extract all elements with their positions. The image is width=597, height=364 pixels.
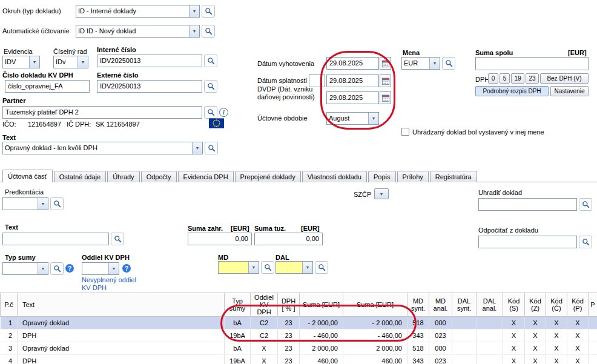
bez-dph-button[interactable]: Bez DPH (V) (540, 73, 589, 84)
column-header[interactable]: Oddiel KV DPH (251, 293, 278, 317)
chevron-down-icon[interactable]: ▼ (29, 56, 39, 68)
table-cell[interactable]: 000 (429, 317, 452, 329)
table-cell[interactable]: bA (225, 317, 251, 329)
column-header[interactable]: Kód (P) (567, 293, 589, 317)
tab-ostatne-udaje[interactable]: Ostatné údaje (54, 171, 107, 182)
table-cell[interactable]: 518 (407, 317, 429, 329)
table-cell[interactable]: 2 (1, 329, 18, 342)
table-cell[interactable] (589, 329, 597, 342)
predkontacia-select[interactable]: ▼ (2, 197, 48, 210)
table-cell[interactable] (477, 317, 503, 329)
md-lookup-button[interactable] (261, 261, 274, 274)
chevron-down-icon[interactable]: ▼ (108, 263, 119, 274)
predkontacia-lookup-button[interactable] (50, 197, 64, 210)
column-header[interactable]: P.č (1, 293, 18, 317)
table-cell[interactable] (589, 317, 597, 329)
table-cell[interactable]: X (503, 355, 525, 364)
okruh-select[interactable]: ID - Interné doklady ▼ (76, 5, 200, 18)
tab-vlastnosti-dokladu[interactable]: Vlastnosti dokladu (302, 171, 367, 182)
table-cell[interactable] (589, 342, 597, 355)
table-cell[interactable]: X (525, 342, 546, 355)
table-cell[interactable] (452, 342, 477, 355)
tab-prepojene-doklady[interactable]: Prepojené doklady (235, 171, 301, 182)
table-cell[interactable]: 518 (407, 342, 429, 355)
table-cell[interactable] (477, 329, 503, 342)
nastavenie-button[interactable]: Nastavenie (550, 86, 589, 96)
tab-prilohy[interactable]: Prílohy (397, 171, 429, 182)
table-cell[interactable]: X (546, 342, 567, 355)
dal-select[interactable]: ▼ (275, 261, 313, 274)
table-cell[interactable] (452, 355, 477, 364)
table-cell[interactable] (452, 329, 477, 342)
dph-rate-5-button[interactable]: 5 (500, 73, 510, 84)
table-cell[interactable]: 23 (278, 329, 300, 342)
partner-field[interactable]: Tuzemský platiteľ DPH 2 (2, 106, 202, 119)
table-cell[interactable]: X (567, 329, 589, 342)
table-cell[interactable]: X (546, 355, 567, 364)
chevron-down-icon[interactable]: ▼ (38, 198, 48, 210)
uhradit-doklad-field[interactable] (478, 198, 577, 211)
table-cell[interactable]: X (567, 355, 589, 364)
uctovne-obdobie-select[interactable]: August ▼ (326, 112, 379, 125)
evidencia-select[interactable]: IDV ▼ (2, 56, 40, 68)
table-row[interactable]: 1Opravný dokladbAC223- 2 000,00- 2 000,0… (1, 317, 597, 329)
dph-rate-23-button[interactable]: 23 (526, 73, 539, 84)
externe-cislo-field[interactable]: IDV20250013 (97, 80, 202, 93)
help-icon[interactable]: ? (122, 264, 131, 273)
column-header[interactable]: Suma [EUR] (343, 293, 407, 317)
table-cell[interactable]: - 460,00 (300, 329, 343, 342)
table-cell[interactable]: X (567, 317, 589, 329)
table-cell[interactable]: X (546, 317, 567, 329)
chevron-down-icon[interactable]: ▼ (189, 25, 199, 37)
column-header[interactable]: DAL anal. (477, 293, 503, 317)
table-cell[interactable]: 023 (429, 355, 452, 364)
dph-rate-0-button[interactable]: 0 (488, 73, 498, 84)
calendar-icon[interactable] (380, 57, 391, 70)
info-icon[interactable]: i (219, 108, 228, 117)
panel-text-field[interactable] (2, 233, 109, 245)
dal-lookup-button[interactable] (315, 261, 328, 274)
table-cell[interactable]: 000 (429, 342, 452, 355)
table-row[interactable]: 2DPH19bAC223- 460,00- 460,00343023XXXX (1, 329, 597, 342)
column-header[interactable]: Typ sumy (225, 293, 251, 317)
table-cell[interactable]: X (525, 329, 546, 342)
chevron-down-icon[interactable]: ▼ (248, 262, 259, 273)
column-header[interactable]: P (589, 293, 597, 317)
help-icon[interactable]: ? (65, 264, 74, 273)
table-cell[interactable]: 343 (407, 329, 429, 342)
table-cell[interactable]: X (503, 342, 525, 355)
table-cell[interactable]: X (567, 342, 589, 355)
suma-zahr-field[interactable]: 0,00 (188, 233, 252, 245)
chevron-down-icon[interactable]: ▼ (429, 58, 440, 69)
table-cell[interactable]: 19bA (225, 329, 251, 342)
tab-uhrady[interactable]: Úhrady (107, 171, 139, 182)
table-cell[interactable]: 460,00 (343, 355, 407, 364)
table-cell[interactable]: 2 000,00 (300, 342, 343, 355)
table-cell[interactable] (477, 355, 503, 364)
interne-cislo-lookup-button[interactable] (204, 55, 217, 67)
table-cell[interactable] (477, 342, 503, 355)
cislo-kv-dph-field[interactable]: číslo_opravnej_FA (5, 80, 90, 93)
table-cell[interactable]: 19bA (225, 355, 251, 364)
odpocitat-field[interactable] (478, 236, 577, 248)
md-select[interactable]: ▼ (218, 261, 259, 274)
externe-cislo-lookup-button[interactable] (204, 80, 217, 93)
table-cell[interactable]: 1 (1, 317, 18, 329)
tab-registratura[interactable]: Registratúra (430, 171, 477, 182)
table-cell[interactable]: 343 (407, 355, 429, 364)
table-cell[interactable]: - 2 000,00 (300, 317, 343, 329)
chevron-down-icon[interactable]: ▼ (302, 262, 312, 273)
ciselny-rad-select[interactable]: IDv ▼ (53, 56, 88, 68)
table-cell[interactable] (452, 317, 477, 329)
dvdp-field[interactable]: 29.08.2025 (326, 91, 379, 104)
datum-splatnosti-field[interactable]: 29.08.2025 (326, 74, 379, 87)
table-cell[interactable]: DPH (18, 355, 225, 364)
table-cell[interactable]: X (251, 355, 278, 364)
table-cell[interactable]: 23 (278, 355, 300, 364)
oddiel-kv-dph-select[interactable]: ▼ (82, 262, 119, 275)
table-cell[interactable]: C2 (251, 329, 278, 342)
tab-uctovna-cast[interactable]: Účtovná časť (2, 170, 53, 182)
partner-lookup-button[interactable] (204, 106, 217, 119)
table-cell[interactable]: 460,00 (300, 355, 343, 364)
column-header[interactable]: Kód (Z) (525, 293, 546, 317)
